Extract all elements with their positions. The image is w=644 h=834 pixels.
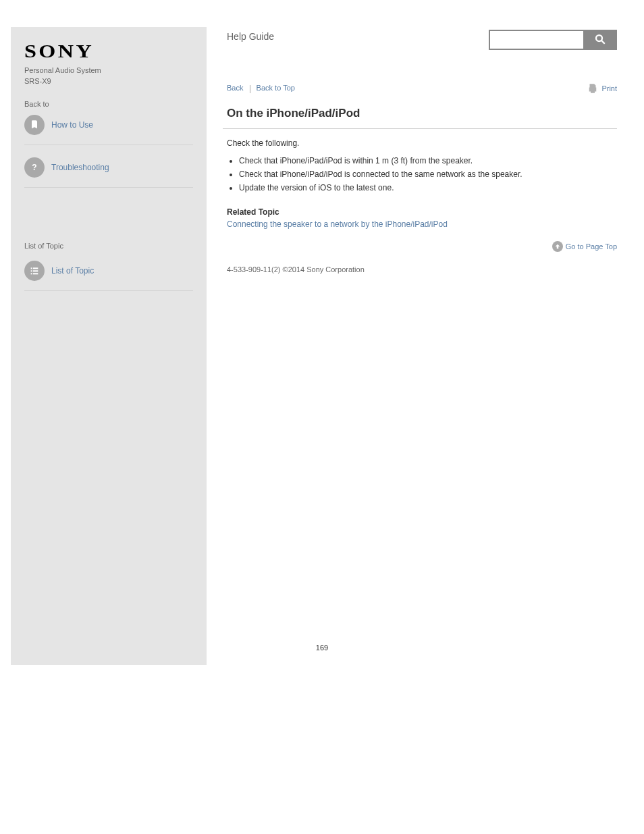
- breadcrumb-back[interactable]: Back: [227, 84, 243, 92]
- separator: [250, 85, 250, 93]
- related-link[interactable]: Connecting the speaker to a network by t…: [227, 219, 448, 229]
- breadcrumb-top[interactable]: Back to Top: [257, 84, 295, 92]
- page-number: 169: [0, 644, 644, 652]
- search-input[interactable]: [489, 30, 583, 50]
- svg-rect-5: [31, 273, 32, 274]
- main-content: Help Guide Back Back to Top Pr: [223, 27, 617, 665]
- article-title: On the iPhone/iPad/iPod: [223, 107, 617, 126]
- svg-rect-1: [31, 267, 32, 269]
- svg-text:?: ?: [32, 163, 36, 172]
- arrow-up-icon: [552, 241, 563, 252]
- svg-rect-6: [33, 273, 38, 274]
- sidebar-item-list-of-topic[interactable]: List of Topic: [24, 254, 193, 281]
- svg-rect-2: [33, 267, 38, 269]
- svg-rect-4: [33, 270, 38, 271]
- sidebar-item-label: Troubleshooting: [51, 163, 109, 172]
- list-item: Check that iPhone/iPad/iPod is within 1 …: [239, 155, 617, 167]
- sidebar-heading-back: Back to: [24, 100, 193, 108]
- sidebar-item-label: How to Use: [51, 120, 93, 130]
- print-icon: [587, 82, 599, 95]
- sidebar-item-label: List of Topic: [51, 266, 94, 276]
- go-to-top-label: Go to Page Top: [566, 242, 617, 251]
- product-model: SRS-X9: [24, 77, 193, 85]
- svg-line-8: [601, 41, 605, 44]
- list-icon: [24, 261, 45, 281]
- page-title: Help Guide: [223, 27, 274, 42]
- sidebar-heading-list: List of Topic: [24, 242, 193, 250]
- product-name: Personal Audio System: [24, 66, 193, 74]
- print-button[interactable]: Print: [587, 82, 617, 95]
- brand-logo: SONY: [24, 41, 219, 62]
- sidebar-item-troubleshooting[interactable]: ? Troubleshooting: [24, 145, 193, 178]
- search: [489, 30, 617, 50]
- divider: [223, 128, 617, 129]
- go-to-top-button[interactable]: Go to Page Top: [223, 241, 617, 252]
- article-intro: Check the following.: [227, 137, 617, 149]
- article-bullets: Check that iPhone/iPad/iPod is within 1 …: [227, 155, 617, 194]
- svg-rect-3: [31, 270, 32, 271]
- question-icon: ?: [24, 157, 45, 178]
- related-heading: Related Topic: [227, 207, 617, 217]
- breadcrumb: Back Back to Top: [227, 84, 295, 93]
- svg-point-7: [596, 35, 602, 41]
- book-icon: [24, 115, 45, 135]
- list-item: Check that iPhone/iPad/iPod is connected…: [239, 168, 617, 180]
- sidebar: SONY Personal Audio System SRS-X9 Back t…: [11, 27, 207, 665]
- search-button[interactable]: [583, 30, 617, 50]
- article-body: Check the following. Check that iPhone/i…: [223, 137, 617, 229]
- list-item: Update the version of iOS to the latest …: [239, 182, 617, 194]
- sidebar-item-how-to-use[interactable]: How to Use: [24, 115, 193, 135]
- copyright: 4-533-909-11(2) ©2014 Sony Corporation: [223, 265, 617, 273]
- search-icon: [594, 33, 606, 47]
- print-label: Print: [601, 84, 617, 93]
